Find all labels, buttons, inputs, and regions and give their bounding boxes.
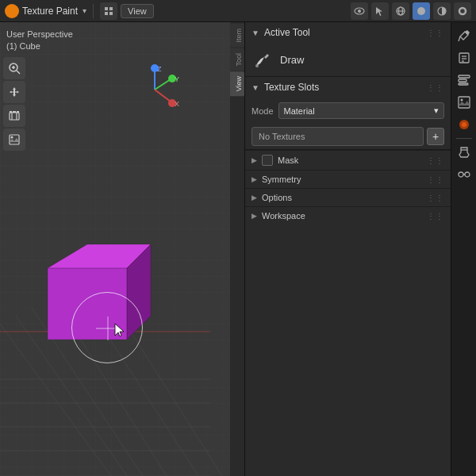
top-bar: Texture Paint ▾ View [0,0,476,22]
mask-dots: ⋮⋮ [427,156,444,165]
workspace-section[interactable]: ▶ Workspace ⋮⋮ [245,206,451,225]
active-tool-title: Active Tool [264,27,424,38]
workspace-arrow: ▶ [251,212,257,220]
svg-text:Y: Y [175,75,179,83]
mode-select[interactable]: Material ▾ [278,102,444,119]
image-icon[interactable] [454,92,474,113]
svg-rect-2 [109,7,113,10]
right-panel: ▼ Active Tool ⋮⋮ Draw ▼ Te [244,22,451,476]
tab-tool[interactable]: Tool [230,48,244,71]
editor-icon[interactable] [100,2,117,20]
svg-point-74 [465,172,470,177]
symmetry-arrow: ▶ [251,175,257,183]
side-icon-bar [451,22,476,476]
image-tool-btn[interactable] [3,129,25,151]
texture-slots-header[interactable]: ▼ Texture Slots ⋮⋮ [245,77,451,98]
svg-line-30 [155,79,171,90]
svg-rect-49 [10,113,19,120]
pan-tool-btn[interactable] [3,81,25,103]
cube-object [24,221,159,350]
app-name[interactable]: Texture Paint [22,6,78,17]
texture-slots-dots: ⋮⋮ [427,83,444,92]
view-button[interactable]: View [121,4,154,18]
properties-icon[interactable] [454,48,474,68]
svg-rect-54 [17,111,19,113]
svg-rect-65 [459,79,466,82]
active-tool-header[interactable]: ▼ Active Tool ⋮⋮ [245,22,451,43]
mask-arrow: ▶ [251,156,257,164]
texture-icon[interactable] [454,114,474,135]
texture-slots-title: Texture Slots [264,82,424,93]
half-sphere-icon[interactable] [433,2,451,20]
active-tool-dots: ⋮⋮ [427,29,444,37]
active-tool-arrow: ▼ [251,29,259,37]
mode-row: Mode Material ▾ [245,98,451,124]
side-icon-divider [456,138,472,139]
movie-clip-btn[interactable] [3,105,25,127]
svg-text:Z: Z [157,65,162,73]
mask-checkbox[interactable] [262,155,273,166]
main-layout: User Perspective (1) Cube Z Y X [0,22,476,476]
add-texture-button[interactable]: + [427,128,444,145]
outliner-icon[interactable] [454,70,474,90]
tools-icon[interactable] [454,25,474,46]
svg-point-57 [11,136,13,139]
svg-line-59 [459,36,460,41]
viewport-toolbar [0,54,29,154]
svg-rect-64 [459,75,470,78]
svg-point-73 [459,172,463,177]
active-tool-content: Draw [245,43,451,76]
svg-point-6 [358,10,361,13]
symmetry-dots: ⋮⋮ [427,175,444,184]
svg-rect-53 [13,111,16,113]
active-tool-section: ▼ Active Tool ⋮⋮ Draw [245,22,451,77]
mode-label: Mode [251,106,274,116]
svg-rect-55 [10,135,19,144]
workspace-label: Workspace [262,211,422,221]
svg-marker-56 [10,138,19,142]
cursor-arrow [113,322,126,340]
svg-marker-44 [115,324,124,336]
ring-icon[interactable] [454,2,471,20]
svg-rect-1 [105,7,108,10]
modifier-icon[interactable] [454,142,474,163]
app-dropdown-arrow[interactable]: ▾ [83,6,86,15]
cursor-icon[interactable] [371,2,389,20]
sphere-icon[interactable] [413,2,430,20]
svg-rect-66 [459,83,468,85]
workspace-dots: ⋮⋮ [427,212,444,221]
viewport[interactable]: User Perspective (1) Cube Z Y X [0,22,244,476]
options-section[interactable]: ▶ Options ⋮⋮ [245,188,451,206]
svg-line-33 [155,90,171,102]
mode-dropdown-arrow: ▾ [434,106,439,116]
texture-slots-arrow: ▼ [251,83,259,92]
no-textures-button[interactable]: No Textures [251,127,424,146]
symmetry-section[interactable]: ▶ Symmetry ⋮⋮ [245,170,451,188]
n-panel-tabs: Item Tool View [230,22,244,476]
svg-point-11 [417,7,425,15]
svg-rect-3 [105,12,108,15]
symmetry-label: Symmetry [262,175,422,184]
options-arrow: ▶ [251,194,257,202]
no-textures-row: No Textures + [245,124,451,149]
tab-item[interactable]: Item [230,24,244,48]
collapsible-sections: ▶ Mask ⋮⋮ ▶ Symmetry ⋮⋮ ▶ Options ⋮⋮ ▶ W… [245,150,451,225]
zoom-tool-btn[interactable] [3,57,25,79]
svg-point-13 [459,8,466,14]
globe-icon[interactable] [392,2,409,20]
tab-view[interactable]: View [230,71,244,96]
app-icon [5,4,19,18]
mask-label: Mask [278,155,422,165]
texture-slots-section: ▼ Texture Slots ⋮⋮ Mode Material ▾ No Te… [245,77,451,150]
visibility-icon[interactable] [351,2,368,20]
svg-point-58 [255,64,259,67]
svg-marker-7 [376,7,382,16]
svg-marker-68 [459,101,470,106]
axis-widget: Z Y X [127,62,182,117]
constraint-icon[interactable] [454,164,474,185]
mask-section[interactable]: ▶ Mask ⋮⋮ [245,150,451,170]
svg-marker-0 [7,6,17,15]
options-label: Options [262,193,422,202]
mode-value: Material [284,106,315,116]
svg-text:X: X [175,100,179,108]
